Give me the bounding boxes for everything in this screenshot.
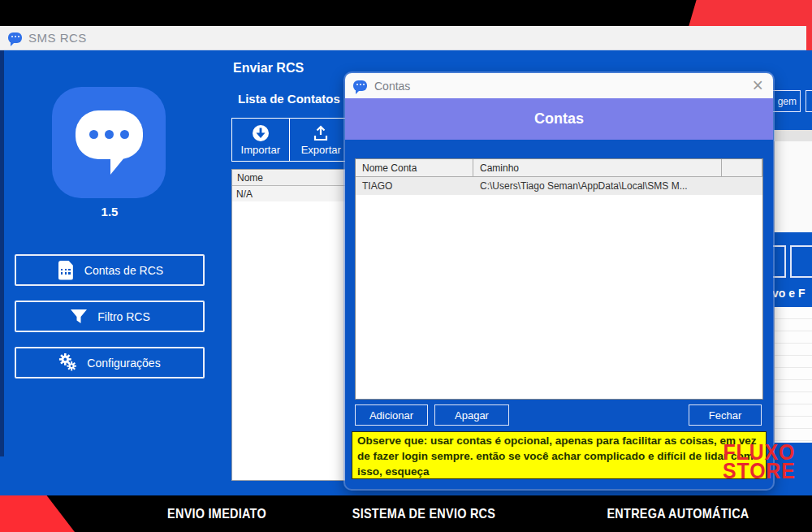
right-panel-listbox-top[interactable]: [774, 141, 812, 232]
import-icon: [252, 124, 270, 142]
column-empty: [722, 159, 762, 176]
sidebar-item-label: Configurações: [87, 357, 160, 370]
import-button[interactable]: Importar: [232, 119, 289, 161]
contacts-row[interactable]: N/A: [232, 186, 352, 201]
footer-bar: ENVIO IMEDIATO SISTEMA DE ENVIO RCS ENTR…: [0, 495, 812, 532]
right-panel-button-label: gem: [778, 96, 797, 107]
export-icon: [312, 124, 330, 142]
app-chat-bubble-icon: [8, 32, 22, 43]
page-title: Enviar RCS: [233, 61, 304, 76]
app-version: 1.5: [0, 205, 219, 218]
fechar-button[interactable]: Fechar: [689, 404, 762, 426]
footer-item-envio-imediato: ENVIO IMEDIATO: [167, 506, 266, 522]
sim-card-icon: [56, 260, 76, 281]
contacts-table[interactable]: Nome N/A: [231, 169, 353, 481]
sidebar-item-contas-rcs[interactable]: Contas de RCS: [15, 254, 205, 286]
sidebar-item-configuracoes[interactable]: Configurações: [15, 347, 205, 378]
top-right-red-decoration: [682, 0, 812, 27]
dialog-note: Observe que: usar contas é opcional, ape…: [352, 431, 767, 479]
dialog-chat-bubble-icon: [353, 80, 367, 91]
footer-item-entrega-automatica: ENTREGA AUTOMÁTICA: [607, 506, 749, 522]
right-panel-button-partial[interactable]: [806, 90, 812, 112]
footer-item-sistema-envio: SISTEMA DE ENVIO RCS: [352, 506, 495, 522]
apagar-button[interactable]: Apagar: [434, 404, 509, 426]
contas-dialog: Contas × Contas Nome Conta Caminho TIAGO…: [345, 73, 773, 489]
right-edge-red-decoration: [806, 26, 812, 50]
column-nome-conta[interactable]: Nome Conta: [356, 159, 473, 176]
window-title: SMS RCS: [28, 31, 87, 45]
account-name: TIAGO: [356, 177, 473, 195]
contacts-toolbar: Importar Exportar: [231, 118, 353, 162]
right-panel-list-header: [774, 130, 812, 141]
sidebar-item-label: Filtro RCS: [97, 310, 150, 323]
window-left-edge: [0, 50, 4, 456]
filter-icon: [69, 306, 89, 327]
os-titlebar: SMS RCS: [0, 26, 806, 50]
sidebar-item-filtro-rcs[interactable]: Filtro RCS: [15, 301, 205, 332]
adicionar-button[interactable]: Adicionar: [355, 404, 428, 426]
import-label: Importar: [241, 144, 280, 156]
close-icon[interactable]: ×: [753, 75, 763, 96]
bottom-left-red-decoration: [0, 495, 93, 532]
dialog-header-band: Contas: [345, 98, 773, 140]
accounts-table-header: Nome Conta Caminho: [356, 159, 762, 177]
export-label: Exportar: [301, 144, 341, 156]
screenshot-stage: SMS RCS 1.5 Contas de RCS Filtro RCS: [0, 0, 812, 532]
dialog-title: Contas: [374, 80, 410, 93]
app-logo-tile: [52, 87, 166, 198]
right-panel-outline-button-2[interactable]: [790, 245, 812, 278]
fluxo-store-watermark: FLUXO STORE: [723, 443, 796, 481]
right-panel-section-label: vo e F: [772, 287, 805, 300]
account-row[interactable]: TIAGO C:\Users\Tiago Seman\AppData\Local…: [356, 177, 762, 195]
sidebar-item-label: Contas de RCS: [84, 264, 163, 277]
contacts-list-label: Lista de Contatos: [238, 92, 340, 106]
watermark-line2: STORE: [723, 462, 796, 481]
gears-icon: [58, 353, 78, 374]
accounts-table[interactable]: Nome Conta Caminho TIAGO C:\Users\Tiago …: [355, 158, 763, 400]
contacts-column-nome: Nome: [232, 170, 352, 186]
right-panel-button-fragment[interactable]: gem: [770, 90, 801, 112]
chat-bubble-tail: [110, 157, 125, 175]
dialog-titlebar[interactable]: Contas ×: [345, 73, 773, 98]
right-panel-listbox-bottom[interactable]: [774, 307, 812, 443]
column-caminho[interactable]: Caminho: [473, 159, 722, 176]
chat-bubble-logo-icon: [76, 110, 143, 159]
export-button[interactable]: Exportar: [289, 119, 352, 161]
account-path: C:\Users\Tiago Seman\AppData\Local\SMS M…: [473, 177, 722, 195]
